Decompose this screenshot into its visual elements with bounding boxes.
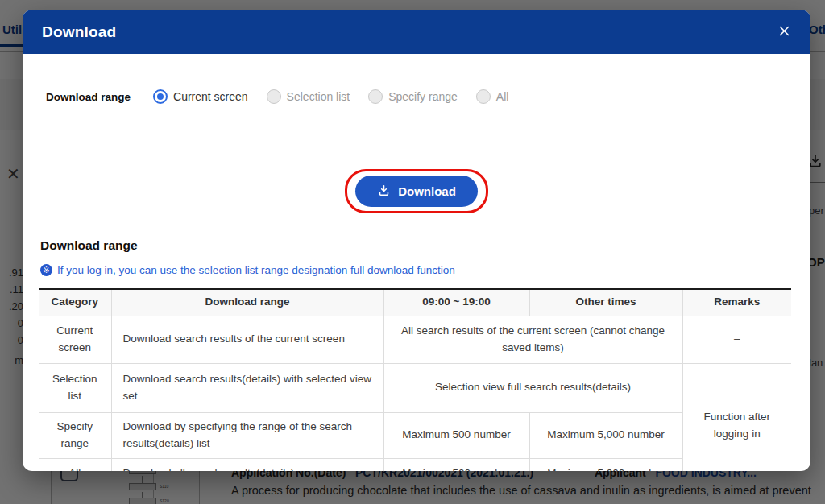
cell-merged-times: All search results of the current screen…: [383, 316, 682, 363]
cell-range: Download all search results(details): [111, 458, 383, 471]
modal-header: Download: [23, 10, 810, 54]
cell-range: Download by specifying the range of the …: [111, 412, 383, 458]
cell-remarks: –: [682, 316, 791, 363]
col-other-times: Other times: [529, 289, 682, 316]
table-row: Specify range Download by specifying the…: [39, 412, 791, 458]
cell-category: Selection list: [39, 363, 111, 412]
download-range-radio-group: Download range Current screen Selection …: [46, 89, 527, 104]
radio-label: Selection list: [287, 90, 350, 103]
cell-other-times: Maximum 5,000 number: [529, 458, 682, 471]
cell-category: All: [39, 458, 111, 471]
download-range-table: Category Download range 09:00 ~ 19:00 Ot…: [39, 288, 791, 471]
reference-mark-icon: ※: [40, 264, 52, 276]
red-annotation-circle: Download: [345, 169, 488, 213]
close-icon: [777, 24, 791, 40]
login-note-text: If you log in, you can use the selection…: [57, 264, 455, 276]
radio-selected-icon[interactable]: [153, 89, 168, 104]
download-icon: [377, 184, 391, 200]
download-button-label: Download: [398, 184, 456, 198]
download-button[interactable]: Download: [355, 176, 478, 207]
cell-remarks-merged: Function after logging in: [682, 363, 791, 471]
col-remarks: Remarks: [682, 289, 791, 316]
cell-other-times: Maximum 5,000 number: [529, 412, 682, 458]
radio-current-screen[interactable]: Current screen: [153, 89, 248, 104]
radio-label: All: [496, 90, 509, 103]
table-row: Selection list Download search results(d…: [39, 363, 791, 412]
radio-group-label: Download range: [46, 91, 131, 103]
radio-disabled-icon: [368, 89, 383, 104]
table-header-row: Category Download range 09:00 ~ 19:00 Ot…: [39, 289, 791, 316]
col-daytime: 09:00 ~ 19:00: [383, 289, 529, 316]
table-row: All Download all search results(details)…: [39, 458, 791, 471]
login-note: ※ If you log in, you can use the selecti…: [40, 264, 455, 276]
cell-category: Specify range: [39, 412, 111, 458]
radio-disabled-icon: [267, 89, 281, 104]
section-title: Download range: [40, 238, 138, 253]
radio-all: All: [476, 89, 509, 104]
radio-selection-list: Selection list: [267, 89, 350, 104]
table-row: Current screen Download search results o…: [39, 316, 791, 363]
col-download-range: Download range: [111, 289, 383, 316]
download-button-area: Download: [23, 169, 810, 213]
modal-title: Download: [42, 23, 116, 41]
radio-label[interactable]: Current screen: [173, 90, 248, 103]
cell-category: Current screen: [39, 316, 111, 363]
download-modal: Download Download range Current screen: [23, 10, 810, 471]
radio-specify-range: Specify range: [368, 89, 458, 104]
cell-range: Download search results(details) with se…: [111, 363, 383, 412]
modal-body: Download range Current screen Selection …: [23, 54, 810, 471]
cell-daytime: Maximum 500 number: [383, 458, 529, 471]
close-button[interactable]: [777, 24, 791, 40]
cell-daytime: Maximum 500 number: [383, 412, 529, 458]
col-category: Category: [39, 289, 111, 316]
screen: Util Oth ✕ .91 .11 .20 0 0 m per OP lan: [0, 0, 825, 504]
radio-label: Specify range: [388, 90, 458, 103]
cell-range: Download search results of the current s…: [111, 316, 383, 363]
cell-merged-times: Selection view full search results(detai…: [383, 363, 682, 412]
radio-disabled-icon: [476, 89, 491, 104]
